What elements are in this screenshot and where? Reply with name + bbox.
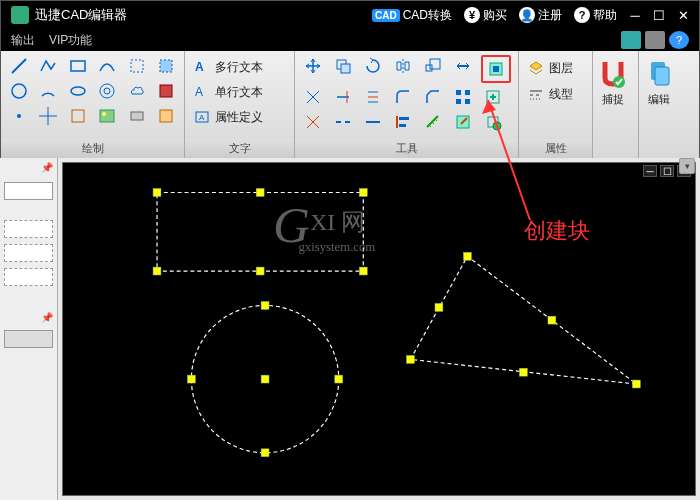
ribbon-expand-icon[interactable]: ▾ [679,158,695,174]
curve-tool[interactable] [96,55,120,77]
snap-icon [598,56,628,90]
insert-block-tool[interactable] [481,86,505,108]
ltype-button[interactable]: 线型 [525,84,586,104]
svg-rect-64 [548,316,556,324]
stext-icon: A [193,83,211,101]
app-icon [11,6,29,24]
panel-pin2-icon[interactable]: 📌 [0,312,57,326]
snap-label: 捕捉 [602,92,624,107]
ribbon: 绘制 A多行文本 A单行文本 A属性定义 文字 [1,51,699,159]
maximize-button[interactable]: ☐ [647,5,671,25]
svg-rect-51 [359,189,367,197]
svg-rect-62 [632,380,640,388]
stext-button[interactable]: A单行文本 [191,82,288,102]
join-tool[interactable] [361,111,385,133]
arc-tool[interactable] [37,80,61,102]
extend-tool[interactable] [331,86,355,108]
group-text-label: 文字 [185,139,294,158]
circle-tool[interactable] [7,80,31,102]
donut-tool[interactable] [96,80,120,102]
scale-tool[interactable] [421,55,445,77]
mtext-icon: A [193,58,211,76]
annotation-label: 创建块 [524,216,590,246]
swatch-solid[interactable] [4,182,53,200]
line-tool[interactable] [7,55,31,77]
buy-button[interactable]: ¥ 购买 [458,5,513,26]
create-block-tool[interactable] [484,58,508,80]
group-draw-label: 绘制 [1,139,184,158]
attrdef-button[interactable]: A属性定义 [191,107,288,127]
edit-icon [644,56,674,90]
drawing-canvas[interactable]: ─ ☐ ✕ G XI 网 gxisystem.com [62,162,696,496]
swatch-bottom[interactable] [4,330,53,348]
mtext-button[interactable]: A多行文本 [191,57,288,77]
svg-rect-53 [256,267,264,275]
xline-tool[interactable] [37,105,61,127]
swatch-dash-1[interactable] [4,220,53,238]
svg-rect-39 [399,124,406,127]
purge-tool[interactable] [481,111,505,133]
close-button[interactable]: ✕ [671,5,695,25]
break-tool[interactable] [331,111,355,133]
trim-tool[interactable] [301,86,325,108]
fillet-tool[interactable] [391,86,415,108]
measure-tool[interactable] [421,111,445,133]
svg-rect-1 [71,61,85,71]
mirror-tool[interactable] [391,55,415,77]
attrdef-icon: A [193,108,211,126]
polyline-tool[interactable] [37,55,61,77]
block-tool[interactable] [155,105,179,127]
ellipse-tool[interactable] [66,80,90,102]
canvas-max[interactable]: ☐ [660,165,674,177]
swatch-dash-3[interactable] [4,268,53,286]
svg-rect-2 [131,60,143,72]
canvas-svg[interactable]: G XI 网 gxisystem.com [63,163,695,495]
help-button[interactable]: ? 帮助 [568,5,623,26]
move-tool[interactable] [301,55,325,77]
register-button[interactable]: 👤 注册 [513,5,568,26]
snap-button[interactable]: 捕捉 [595,53,630,110]
menu-export[interactable]: 输出 [11,32,35,49]
rect-tool[interactable] [66,55,90,77]
minimize-button[interactable]: ─ [623,5,647,25]
layer-button[interactable]: 图层 [525,58,586,78]
cloud-tool[interactable] [125,80,149,102]
swatch-dash-2[interactable] [4,244,53,262]
explode-tool[interactable] [301,111,325,133]
offset-tool[interactable] [361,86,385,108]
ray-tool[interactable] [66,105,90,127]
help-round-icon[interactable]: ? [669,31,689,49]
svg-rect-52 [153,267,161,275]
shape-triangle[interactable] [410,256,636,384]
chamfer-tool[interactable] [421,86,445,108]
tool-icon-2[interactable] [645,31,665,49]
svg-rect-23 [426,65,432,71]
menu-vip[interactable]: VIP功能 [49,32,92,49]
svg-text:A: A [195,60,204,74]
svg-rect-50 [256,189,264,197]
edit-block-tool[interactable] [451,111,475,133]
svg-rect-58 [187,375,195,383]
svg-rect-29 [456,90,461,95]
align-tool[interactable] [391,111,415,133]
region-tool[interactable] [125,105,149,127]
select-tool[interactable] [125,55,149,77]
panel-pin-icon[interactable]: 📌 [0,162,57,178]
svg-rect-59 [335,375,343,383]
point-tool[interactable] [7,105,31,127]
array-tool[interactable] [451,86,475,108]
area-tool[interactable] [155,55,179,77]
watermark-suffix: XI 网 [310,209,365,235]
tool-icon-1[interactable] [621,31,641,49]
copy-tool[interactable] [331,55,355,77]
canvas-min[interactable]: ─ [643,165,657,177]
image-tool[interactable] [96,105,120,127]
cad-convert-button[interactable]: CAD CAD转换 [366,5,458,26]
rotate-tool[interactable] [361,55,385,77]
stretch-tool[interactable] [451,55,475,77]
svg-rect-60 [407,356,415,364]
edit-button[interactable]: 编辑 [641,53,676,110]
hatch-tool[interactable] [155,80,179,102]
svg-rect-8 [160,85,172,97]
layer-icon [527,59,545,77]
